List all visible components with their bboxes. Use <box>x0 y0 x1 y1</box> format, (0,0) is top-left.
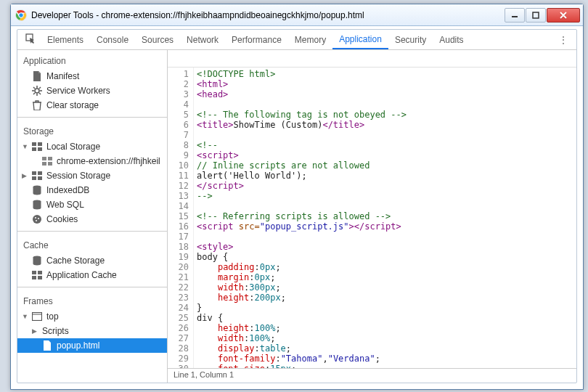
sidebar-item-app-cache[interactable]: Application Cache <box>17 268 167 282</box>
maximize-button[interactable] <box>526 8 546 23</box>
svg-rect-21 <box>42 162 46 166</box>
chevron-right-icon: ▶ <box>32 327 39 335</box>
svg-line-13 <box>39 87 41 89</box>
window-title: Developer Tools - chrome-extension://fhj… <box>31 10 505 20</box>
svg-rect-20 <box>48 157 52 160</box>
svg-rect-15 <box>32 142 36 146</box>
tab-network[interactable]: Network <box>180 30 225 49</box>
svg-rect-22 <box>48 162 52 166</box>
close-button[interactable] <box>547 8 580 23</box>
window: Developer Tools - chrome-extension://fhj… <box>10 4 584 390</box>
tab-application[interactable]: Application <box>332 30 388 49</box>
svg-line-11 <box>33 87 35 89</box>
tab-audits[interactable]: Audits <box>433 30 470 49</box>
sidebar-item-manifest[interactable]: Manifest <box>17 69 167 83</box>
svg-point-31 <box>38 218 39 219</box>
trash-icon <box>32 100 42 110</box>
svg-rect-16 <box>38 142 42 146</box>
code-content[interactable]: <!DOCTYPE html><html><head><!-- The foll… <box>194 68 576 368</box>
svg-rect-4 <box>533 12 539 18</box>
storage-icon <box>32 142 42 152</box>
svg-rect-35 <box>38 271 42 274</box>
database-icon <box>32 185 42 195</box>
sidebar-item-session-storage[interactable]: ▶Session Storage <box>17 168 167 183</box>
storage-icon <box>32 270 42 280</box>
statusbar: Line 1, Column 1 <box>168 368 576 383</box>
chevron-right-icon: ▶ <box>22 172 29 179</box>
sidebar-item-scripts[interactable]: ▶Scripts <box>17 324 167 338</box>
section-frames: Frames <box>17 292 167 309</box>
svg-rect-17 <box>32 147 36 151</box>
sidebar-item-cookies[interactable]: Cookies <box>17 212 167 226</box>
database-icon <box>32 256 42 266</box>
sidebar-item-local-storage[interactable]: ▼Local Storage <box>17 139 167 154</box>
section-cache: Cache <box>17 236 167 253</box>
svg-rect-23 <box>32 171 36 175</box>
database-icon <box>32 200 42 210</box>
chevron-down-icon: ▼ <box>22 143 29 150</box>
window-buttons <box>505 8 580 23</box>
sidebar: Application Manifest Service Workers Cle… <box>17 50 168 383</box>
sidebar-item-indexeddb[interactable]: IndexedDB <box>17 183 167 197</box>
svg-point-6 <box>35 89 39 93</box>
gear-icon <box>32 86 42 96</box>
minimize-button[interactable] <box>505 8 525 23</box>
section-application: Application <box>17 52 167 69</box>
svg-rect-19 <box>42 157 46 160</box>
section-storage: Storage <box>17 122 167 139</box>
tab-sources[interactable]: Sources <box>135 30 180 49</box>
svg-rect-37 <box>38 276 42 279</box>
svg-rect-24 <box>38 171 42 175</box>
code-viewer[interactable]: 1234567891011121314151617181920212223242… <box>168 68 576 368</box>
sidebar-item-local-storage-origin[interactable]: chrome-extension://fhjhkeil <box>17 154 167 168</box>
tabbar: Elements Console Sources Network Perform… <box>17 30 576 50</box>
svg-rect-38 <box>33 313 42 321</box>
chrome-icon <box>15 9 27 21</box>
svg-rect-34 <box>32 271 36 274</box>
svg-point-30 <box>35 217 36 219</box>
storage-icon <box>42 156 52 166</box>
devtools-panel: Elements Console Sources Network Perform… <box>17 29 577 383</box>
svg-rect-36 <box>32 276 36 279</box>
svg-point-29 <box>33 215 41 224</box>
tab-security[interactable]: Security <box>388 30 433 49</box>
tab-elements[interactable]: Elements <box>41 30 90 49</box>
svg-rect-18 <box>38 147 42 151</box>
svg-rect-25 <box>32 176 36 180</box>
kebab-icon[interactable]: ⋮ <box>559 35 573 45</box>
file-icon <box>32 71 42 81</box>
sidebar-item-clear-storage[interactable]: Clear storage <box>17 98 167 113</box>
line-gutter: 1234567891011121314151617181920212223242… <box>168 68 194 368</box>
sidebar-item-websql[interactable]: Web SQL <box>17 197 167 212</box>
inspect-icon[interactable] <box>20 33 41 46</box>
sidebar-item-popup-html[interactable]: popup.html <box>17 338 167 353</box>
main-panel: 1234567891011121314151617181920212223242… <box>168 50 576 383</box>
svg-rect-3 <box>512 16 518 17</box>
tab-memory[interactable]: Memory <box>288 30 332 49</box>
storage-icon <box>32 171 42 181</box>
source-toolbar <box>168 50 576 68</box>
file-icon <box>42 340 52 351</box>
titlebar[interactable]: Developer Tools - chrome-extension://fhj… <box>11 4 583 26</box>
tab-console[interactable]: Console <box>90 30 135 49</box>
svg-line-14 <box>33 93 35 94</box>
cookie-icon <box>32 214 42 224</box>
sidebar-item-cache-storage[interactable]: Cache Storage <box>17 253 167 268</box>
frame-icon <box>32 311 42 322</box>
svg-line-12 <box>39 93 41 94</box>
sidebar-item-service-workers[interactable]: Service Workers <box>17 83 167 98</box>
svg-rect-26 <box>38 176 42 180</box>
chevron-down-icon: ▼ <box>22 313 29 320</box>
sidebar-item-top[interactable]: ▼top <box>17 309 167 324</box>
tab-performance[interactable]: Performance <box>225 30 288 49</box>
svg-point-32 <box>36 220 37 221</box>
